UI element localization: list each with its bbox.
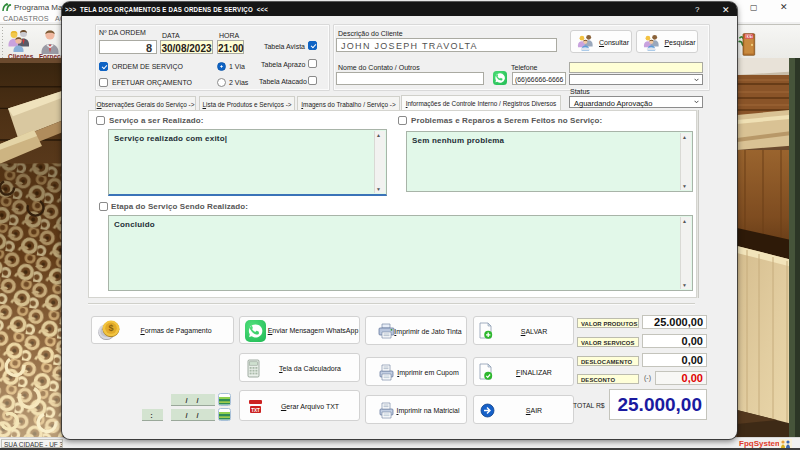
svg-text:TXT: TXT <box>251 408 260 413</box>
svg-text:$: $ <box>108 323 113 333</box>
svg-text:EXIT: EXIT <box>745 35 752 39</box>
